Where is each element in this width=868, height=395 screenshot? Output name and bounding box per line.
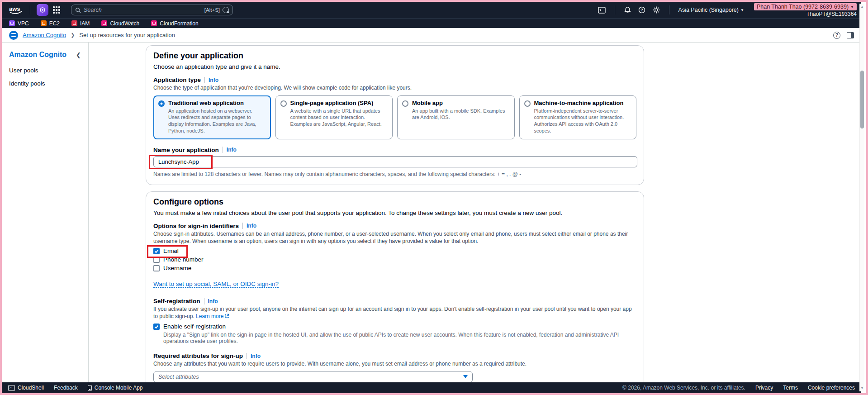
svg-text:?: ? [640, 8, 643, 12]
sidebar-item-user-pools[interactable]: User pools [9, 67, 81, 74]
radio-selected-icon [158, 100, 165, 107]
divider [204, 77, 205, 83]
radio-icon [280, 100, 287, 107]
info-link[interactable]: Info [227, 147, 237, 153]
info-link[interactable]: Info [209, 77, 218, 83]
cloudshell-terminal-icon: >_ [8, 385, 15, 391]
favorite-iam[interactable]: IAM [71, 20, 90, 27]
checkbox-row-self-registration: Enable self-registration [153, 323, 226, 330]
checkbox-row-username: Username [153, 265, 191, 271]
signin-identifiers-description: Choose sign-in attributes. Usernames can… [153, 231, 636, 245]
email-checkbox[interactable] [153, 248, 160, 254]
section-subtitle: You must make a few initial choices abou… [153, 209, 636, 216]
configure-options-card: Configure options You must make a few in… [146, 191, 644, 382]
required-attributes-label: Required attributes for sign-up [153, 352, 243, 359]
services-menu-icon[interactable] [53, 6, 60, 14]
app-type-machine-to-machine[interactable]: Machine-to-machine application Platform-… [519, 95, 637, 139]
footer-cookie-preferences-link[interactable]: Cookie preferences [808, 385, 855, 391]
vpc-service-icon [9, 20, 15, 26]
vertical-scrollbar[interactable]: ▲ ▼ [859, 4, 864, 391]
favorite-cloudformation[interactable]: CloudFormation [151, 20, 198, 27]
attributes-select[interactable]: Select attributes [153, 371, 473, 382]
info-help-icon[interactable]: ? [833, 32, 840, 39]
select-caret-icon [463, 375, 468, 378]
application-type-options: Traditional web application An applicati… [153, 95, 636, 139]
checkbox-row-phone: Phone number [153, 256, 204, 263]
section-subtitle: Choose an application type and give it a… [153, 63, 636, 70]
sidebar-collapse-icon[interactable]: ❮ [76, 52, 81, 58]
learn-more-link[interactable]: Learn more [196, 313, 229, 319]
application-type-label: Application type [153, 76, 201, 83]
svg-text:aws: aws [9, 5, 20, 12]
search-input[interactable]: Search [Alt+S] [71, 5, 233, 15]
scroll-up-arrow[interactable]: ▲ [860, 4, 864, 10]
self-registration-label: Self-registration [153, 298, 200, 305]
iam-service-icon [71, 20, 77, 26]
favorite-cloudwatch[interactable]: CloudWatch [101, 20, 139, 27]
define-application-card: Define your application Choose an applic… [146, 45, 644, 185]
account-menu[interactable]: Phan Thanh Thao (9972-8639-6939)▼ [754, 3, 857, 10]
console-footer: >_ CloudShell Feedback Console Mobile Ap… [2, 382, 861, 393]
aws-logo[interactable]: aws [8, 5, 24, 15]
divider [247, 353, 247, 359]
copyright-text: © 2026, Amazon Web Services, Inc. or its… [622, 385, 745, 391]
section-title-define: Define your application [153, 51, 636, 61]
phone-number-checkbox[interactable] [153, 257, 160, 263]
footer-terms-link[interactable]: Terms [783, 385, 798, 391]
sidebar-item-identity-pools[interactable]: Identity pools [9, 80, 81, 87]
check-icon [154, 249, 159, 253]
side-panel-toggle-icon[interactable] [847, 32, 854, 38]
footer-console-mobile-app[interactable]: Console Mobile App [88, 385, 143, 391]
external-link-icon [224, 314, 229, 321]
help-icon[interactable]: ? [638, 6, 645, 14]
app-type-traditional-web[interactable]: Traditional web application An applicati… [153, 95, 271, 139]
screen-frame: aws Search [Alt+S] [0, 0, 868, 395]
settings-gear-icon[interactable] [653, 6, 660, 14]
username-checkbox[interactable] [153, 265, 160, 271]
footer-feedback[interactable]: Feedback [54, 385, 78, 391]
application-name-input[interactable] [153, 156, 637, 167]
select-placeholder: Select attributes [158, 374, 463, 380]
region-selector[interactable]: Asia Pacific (Singapore)▼ [678, 7, 744, 13]
enable-self-registration-checkbox[interactable] [153, 324, 160, 330]
app-type-mobile[interactable]: Mobile app An app built with a mobile SD… [397, 95, 515, 139]
check-icon [154, 324, 159, 329]
notifications-bell-icon[interactable] [624, 6, 631, 14]
favorite-vpc[interactable]: VPC [9, 20, 29, 27]
divider [30, 5, 30, 14]
search-icon [75, 7, 81, 13]
footer-cloudshell[interactable]: >_ CloudShell [8, 385, 44, 391]
federated-signin-link[interactable]: Want to set up social, SAML, or OIDC sig… [153, 281, 279, 288]
search-placeholder: Search [84, 7, 202, 13]
required-attributes-description: Choose any attributes that you want to r… [153, 361, 636, 368]
info-link[interactable]: Info [247, 223, 256, 229]
mobile-phone-icon [88, 385, 92, 391]
chevron-down-icon: ▼ [850, 5, 854, 9]
sidebar-title[interactable]: Amazon Cognito [9, 51, 66, 59]
app-type-spa[interactable]: Single-page application (SPA) A website … [275, 95, 393, 139]
scrollbar-thumb[interactable] [860, 71, 864, 128]
breadcrumb-current-page: Set up resources for your application [79, 32, 175, 38]
breadcrumb-service-link[interactable]: Amazon Cognito [23, 32, 66, 38]
favorites-bar: VPC EC2 IAM CloudWatch CloudFormation [2, 18, 861, 28]
footer-privacy-link[interactable]: Privacy [755, 385, 773, 391]
name-application-label: Name your application [153, 147, 219, 153]
main-content: Define your application Choose an applic… [89, 43, 861, 382]
breadcrumb: Amazon Cognito ❯ Set up resources for yo… [2, 28, 861, 43]
scroll-down-arrow[interactable]: ▼ [860, 385, 864, 391]
name-constraint-text: Names are limited to 128 characters or f… [153, 171, 636, 177]
info-link[interactable]: Info [251, 353, 261, 359]
amazon-q-icon[interactable] [223, 7, 229, 13]
checkbox-row-email: Email [153, 247, 179, 254]
aws-top-navigation: aws Search [Alt+S] [2, 2, 861, 18]
hamburger-menu-icon[interactable] [9, 31, 18, 40]
cognito-sidebar: Amazon Cognito ❮ User pools Identity poo… [2, 43, 89, 382]
radio-icon [402, 100, 408, 107]
cloudformation-service-icon [151, 20, 157, 26]
chevron-right-icon: ❯ [71, 32, 75, 38]
cloudshell-icon[interactable] [598, 7, 606, 14]
info-link[interactable]: Info [208, 298, 218, 305]
favorite-ec2[interactable]: EC2 [41, 20, 60, 27]
cognito-service-icon[interactable] [37, 4, 48, 16]
signin-identifiers-label: Options for sign-in identifiers [153, 223, 239, 229]
